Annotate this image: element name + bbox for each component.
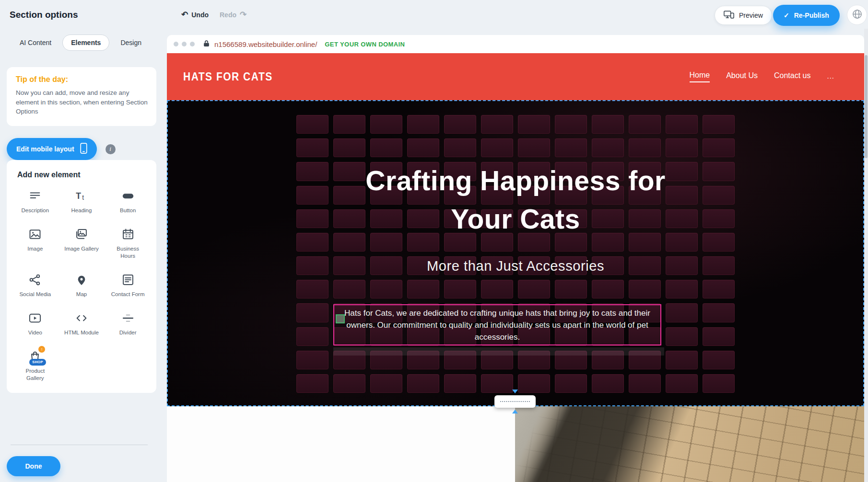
add-element-label: Divider bbox=[119, 329, 137, 336]
hero-tile bbox=[555, 280, 587, 298]
site-canvas: Hats for Cats HomeAbout UsContact us... … bbox=[167, 53, 864, 482]
add-new-element-panel: Add new element DescriptionTtHeadingButt… bbox=[7, 160, 156, 393]
hero-tile bbox=[555, 138, 587, 157]
undo-label: Undo bbox=[191, 11, 209, 19]
done-button[interactable]: Done bbox=[7, 456, 60, 476]
hero-tile bbox=[518, 280, 550, 298]
add-element-button[interactable]: Button bbox=[106, 189, 150, 214]
nav-item-more[interactable]: ... bbox=[827, 72, 834, 82]
hero-section[interactable]: Crafting Happiness for Your Cats More th… bbox=[167, 100, 864, 406]
hero-tile bbox=[518, 138, 550, 157]
check-icon: ✓ bbox=[784, 11, 789, 19]
next-section[interactable] bbox=[167, 406, 864, 482]
image-icon bbox=[28, 227, 42, 241]
hero-tile bbox=[296, 327, 328, 346]
add-element-product-gallery[interactable]: ↑SHOPProduct Gallery bbox=[13, 349, 57, 382]
nav-item-about-us[interactable]: About Us bbox=[726, 71, 758, 82]
hero-tile bbox=[407, 280, 439, 298]
add-element-label: Image Gallery bbox=[64, 245, 99, 252]
info-icon[interactable]: i bbox=[106, 144, 116, 154]
add-element-business-hours[interactable]: Business Hours bbox=[106, 227, 150, 260]
add-element-image-gallery[interactable]: Image Gallery bbox=[60, 227, 104, 260]
undo-button[interactable]: ↶ Undo bbox=[181, 11, 209, 19]
preview-button[interactable]: Preview bbox=[715, 6, 772, 25]
add-element-label: Product Gallery bbox=[18, 367, 52, 382]
site-header: Hats for Cats HomeAbout UsContact us... bbox=[167, 53, 864, 100]
add-element-label: HTML Module bbox=[64, 329, 99, 336]
shop-badge: SHOP bbox=[29, 359, 46, 366]
hero-tile bbox=[703, 351, 735, 369]
button-icon bbox=[121, 189, 135, 203]
hero-tile bbox=[666, 138, 698, 157]
preview-label: Preview bbox=[739, 11, 763, 19]
element-hover-bar bbox=[333, 347, 664, 356]
sidebar-divider bbox=[11, 445, 148, 445]
get-your-own-domain-link[interactable]: GET YOUR OWN DOMAIN bbox=[325, 41, 405, 48]
tip-of-the-day-card: Tip of the day: Now you can add, move an… bbox=[7, 67, 156, 126]
window-dot bbox=[190, 42, 195, 46]
add-element-video[interactable]: Video bbox=[13, 311, 57, 336]
phone-icon bbox=[80, 143, 87, 155]
hero-heading[interactable]: Crafting Happiness for Your Cats bbox=[167, 161, 864, 238]
element-resize-handle[interactable] bbox=[336, 314, 345, 323]
tip-body: Now you can add, move and resize any ele… bbox=[16, 88, 148, 116]
site-logo[interactable]: Hats for Cats bbox=[183, 70, 273, 83]
language-globe-button[interactable] bbox=[847, 5, 867, 25]
add-element-label: Video bbox=[28, 329, 42, 336]
add-element-contact-form[interactable]: Contact Form bbox=[106, 273, 150, 298]
hero-tile bbox=[333, 138, 365, 157]
dotted-line bbox=[500, 401, 530, 402]
product-gallery-icon: ↑SHOP bbox=[28, 349, 42, 364]
hero-heading-line1: Crafting Happiness for bbox=[167, 161, 864, 200]
nav-item-home[interactable]: Home bbox=[690, 71, 710, 82]
republish-label: Re-Publish bbox=[794, 11, 829, 19]
lock-icon bbox=[203, 40, 210, 49]
add-element-map[interactable]: Map bbox=[60, 273, 104, 298]
redo-button[interactable]: Redo ↷ bbox=[220, 11, 246, 19]
paragraph-element-selected[interactable]: Hats for Cats, we are dedicated to craft… bbox=[333, 304, 661, 345]
hero-tile bbox=[629, 115, 661, 134]
add-element-label: Button bbox=[120, 207, 136, 214]
social-media-icon bbox=[28, 273, 42, 287]
hero-tile bbox=[370, 138, 402, 157]
element-grid: DescriptionTtHeadingButtonImageImage Gal… bbox=[13, 189, 150, 382]
hero-tile bbox=[444, 138, 476, 157]
tip-title: Tip of the day: bbox=[16, 75, 147, 84]
hero-tile bbox=[444, 374, 476, 393]
app-root: Section options ↶ Undo Redo ↷ Preview ✓ … bbox=[0, 0, 868, 482]
svg-text:t: t bbox=[82, 194, 84, 201]
window-dots bbox=[174, 42, 195, 46]
hero-subheading[interactable]: More than Just Accessories bbox=[167, 258, 864, 274]
add-element-divider[interactable]: Divider bbox=[106, 311, 150, 336]
tab-ai-content[interactable]: AI Content bbox=[12, 35, 59, 50]
divider-icon bbox=[121, 311, 135, 325]
scrollbar-track[interactable] bbox=[864, 29, 868, 482]
hero-tile bbox=[592, 115, 624, 134]
edit-mobile-layout-button[interactable]: Edit mobile layout bbox=[7, 138, 97, 160]
hero-tile bbox=[703, 138, 735, 157]
add-element-image[interactable]: Image bbox=[13, 227, 57, 260]
undo-icon: ↶ bbox=[181, 11, 188, 19]
add-element-heading[interactable]: TtHeading bbox=[60, 189, 104, 214]
hero-tile bbox=[666, 115, 698, 134]
republish-button[interactable]: ✓ Re-Publish bbox=[773, 5, 840, 26]
upgrade-arrow-badge: ↑ bbox=[38, 346, 45, 353]
add-element-html-module[interactable]: HTML Module bbox=[60, 311, 104, 336]
add-element-description[interactable]: Description bbox=[13, 189, 57, 214]
hero-tile bbox=[296, 280, 328, 298]
nav-item-contact-us[interactable]: Contact us bbox=[774, 71, 810, 82]
add-element-social-media[interactable]: Social Media bbox=[13, 273, 57, 298]
tab-elements[interactable]: Elements bbox=[62, 34, 109, 51]
section-height-resize-handle[interactable] bbox=[494, 395, 536, 408]
add-element-label: Contact Form bbox=[111, 291, 145, 298]
hero-tile bbox=[666, 374, 698, 393]
hero-tile bbox=[333, 280, 365, 298]
hero-heading-line2: Your Cats bbox=[167, 200, 864, 238]
pavement-photo bbox=[515, 406, 864, 482]
tab-design[interactable]: Design bbox=[112, 35, 150, 50]
hero-tile bbox=[296, 303, 328, 322]
scrollbar-thumb[interactable] bbox=[865, 55, 868, 158]
add-element-label: Map bbox=[76, 291, 87, 298]
hero-tile bbox=[666, 303, 698, 322]
description-icon bbox=[28, 189, 42, 203]
